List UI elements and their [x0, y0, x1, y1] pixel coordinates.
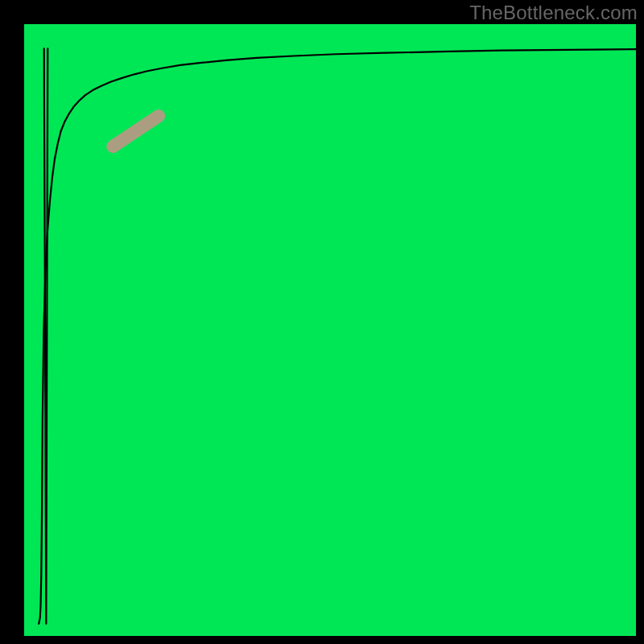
plot-background: [24, 24, 636, 636]
watermark-text: TheBottleneck.com: [469, 2, 638, 24]
bottleneck-chart: [0, 0, 644, 644]
chart-container: TheBottleneck.com: [0, 0, 644, 644]
